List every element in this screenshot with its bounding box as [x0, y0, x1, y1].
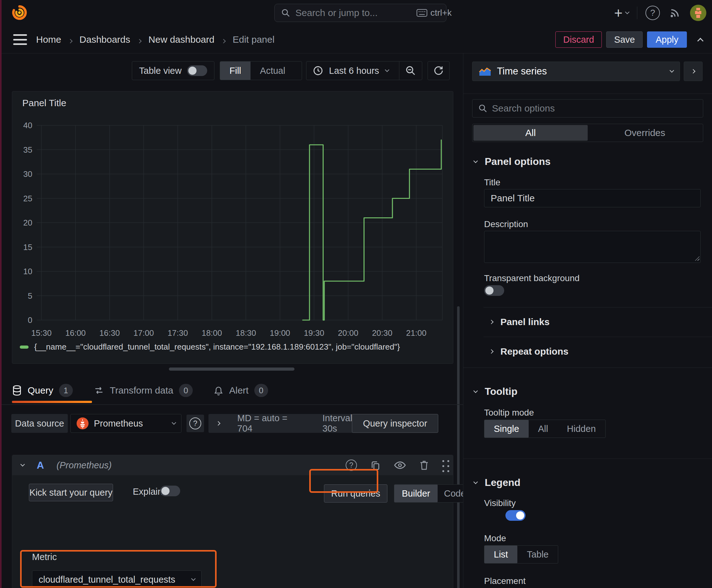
- breadcrumb-new-dashboard[interactable]: New dashboard: [149, 34, 214, 45]
- description-input[interactable]: [484, 231, 701, 263]
- tooltip-all[interactable]: All: [528, 420, 558, 438]
- chart-legend: {__name__="cloudflared_tunnel_total_requ…: [20, 342, 400, 352]
- svg-text:5: 5: [28, 291, 33, 300]
- discard-button[interactable]: Discard: [555, 31, 602, 48]
- svg-text:40: 40: [23, 121, 33, 130]
- query-count-badge: 1: [59, 384, 73, 397]
- add-icon[interactable]: +: [614, 4, 623, 21]
- query-row-header[interactable]: A (Prometheus) ?: [12, 455, 453, 475]
- query-tabs: Query 1 Transform data 0 Alert 0: [12, 380, 268, 401]
- legend-header[interactable]: Legend: [474, 477, 520, 488]
- tooltip-single[interactable]: Single: [484, 420, 528, 438]
- run-queries-button[interactable]: Run queries: [324, 484, 387, 503]
- avatar[interactable]: [690, 5, 706, 21]
- zoom-out-icon[interactable]: [399, 62, 422, 80]
- legend-placement-label: Placement: [484, 576, 525, 586]
- bell-icon: [214, 385, 223, 396]
- max-datapoints-stat: MD = auto = 704: [237, 413, 304, 434]
- svg-text:18:30: 18:30: [236, 328, 256, 338]
- options-search[interactable]: [472, 99, 703, 118]
- duplicate-icon[interactable]: [370, 460, 381, 470]
- panel-title-input[interactable]: [484, 189, 701, 207]
- svg-text:15: 15: [23, 243, 33, 252]
- tab-transform-data[interactable]: Transform data 0: [93, 384, 193, 397]
- chevron-down-icon[interactable]: [386, 68, 389, 74]
- chevron-right-icon: [216, 421, 220, 426]
- datasource-picker[interactable]: Prometheus: [70, 414, 181, 433]
- repeat-options-section[interactable]: Repeat options: [490, 346, 568, 357]
- trash-icon[interactable]: [419, 460, 429, 470]
- table-view-toggle[interactable]: [187, 65, 207, 76]
- divider: [0, 404, 463, 405]
- builder-option[interactable]: Builder: [394, 485, 438, 502]
- collapse-icon: [473, 159, 478, 163]
- legend-visibility-toggle[interactable]: [505, 510, 525, 521]
- visualization-picker[interactable]: Time series: [472, 62, 680, 81]
- tooltip-header[interactable]: Tooltip: [474, 386, 517, 397]
- legend-mode-table[interactable]: Table: [517, 546, 558, 563]
- datasource-label: Data source: [11, 414, 68, 433]
- breadcrumb-dashboards[interactable]: Dashboards: [80, 34, 130, 45]
- divider: [483, 307, 712, 308]
- tab-overrides[interactable]: Overrides: [588, 125, 702, 141]
- kickstart-button[interactable]: Kick start your query: [29, 484, 113, 501]
- transparent-bg-toggle[interactable]: [484, 285, 504, 296]
- svg-text:19:00: 19:00: [270, 328, 290, 338]
- chevron-right-icon: [69, 34, 72, 45]
- legend-visibility-label: Visibility: [484, 498, 516, 508]
- viz-suggestions-button[interactable]: [684, 62, 703, 81]
- tab-query[interactable]: Query 1: [12, 384, 73, 397]
- panel-links-section[interactable]: Panel links: [490, 317, 550, 327]
- query-help-icon[interactable]: ?: [346, 460, 357, 471]
- breadcrumb: Home Dashboards New dashboard Edit panel: [36, 26, 274, 54]
- all-overrides-tabs: All Overrides: [472, 124, 703, 142]
- time-series-chart[interactable]: 051015202530354015:3016:0016:3017:0017:3…: [18, 119, 454, 339]
- svg-text:19:30: 19:30: [304, 328, 324, 338]
- search-input[interactable]: [296, 7, 416, 18]
- panel-title[interactable]: Panel Title: [22, 98, 66, 108]
- builder-code-switch: Builder Code: [394, 484, 473, 503]
- horizontal-scrollbar[interactable]: [169, 368, 295, 371]
- keyboard-shortcut: ctrl+k: [416, 8, 452, 18]
- screen-edge-artifact: [0, 0, 2, 588]
- vertical-scrollbar[interactable]: [457, 306, 459, 588]
- refresh-button[interactable]: [428, 61, 450, 80]
- chevron-right-icon: [138, 34, 141, 45]
- tab-query-label: Query: [28, 385, 53, 396]
- resize-handle[interactable]: [694, 256, 699, 261]
- tab-alert-label: Alert: [229, 385, 249, 396]
- menu-icon[interactable]: [13, 34, 27, 45]
- tooltip-hidden[interactable]: Hidden: [558, 420, 605, 438]
- series-label[interactable]: {__name__="cloudflared_tunnel_total_requ…: [34, 342, 400, 352]
- query-inspector-button[interactable]: Query inspector: [352, 414, 438, 433]
- breadcrumb-bar: Home Dashboards New dashboard Edit panel…: [0, 26, 712, 54]
- fill-option[interactable]: Fill: [220, 62, 251, 80]
- save-button[interactable]: Save: [606, 31, 643, 48]
- breadcrumb-home[interactable]: Home: [36, 34, 61, 45]
- collapse-icon[interactable]: [20, 462, 25, 466]
- series-color-pill[interactable]: [20, 345, 28, 349]
- explain-toggle[interactable]: [160, 486, 180, 496]
- options-search-input[interactable]: [492, 103, 697, 114]
- tab-transform-label: Transform data: [110, 385, 173, 396]
- eye-icon[interactable]: [394, 460, 406, 470]
- metric-select[interactable]: cloudflared_tunnel_total_requests: [32, 570, 201, 588]
- table-view-control[interactable]: Table view: [132, 61, 214, 80]
- chevron-down-icon[interactable]: [626, 11, 629, 15]
- apply-button[interactable]: Apply: [647, 31, 687, 48]
- legend-mode-switch: List Table: [484, 545, 558, 564]
- panel-options-header[interactable]: Panel options: [474, 156, 551, 167]
- datasource-help-button[interactable]: ?: [187, 415, 204, 432]
- grafana-logo[interactable]: [11, 4, 28, 21]
- news-icon[interactable]: [669, 6, 681, 19]
- tab-all[interactable]: All: [473, 125, 588, 141]
- collapse-icon: [473, 388, 478, 393]
- chevron-up-icon[interactable]: [698, 37, 703, 42]
- global-search[interactable]: ctrl+k: [274, 4, 447, 22]
- legend-mode-list[interactable]: List: [484, 546, 517, 563]
- time-range-label[interactable]: Last 6 hours: [329, 66, 379, 76]
- tab-alert[interactable]: Alert 0: [214, 384, 268, 397]
- help-icon[interactable]: ?: [645, 6, 660, 20]
- panel-preview: Panel Title 051015202530354015:3016:0016…: [12, 91, 453, 364]
- actual-option[interactable]: Actual: [251, 62, 295, 80]
